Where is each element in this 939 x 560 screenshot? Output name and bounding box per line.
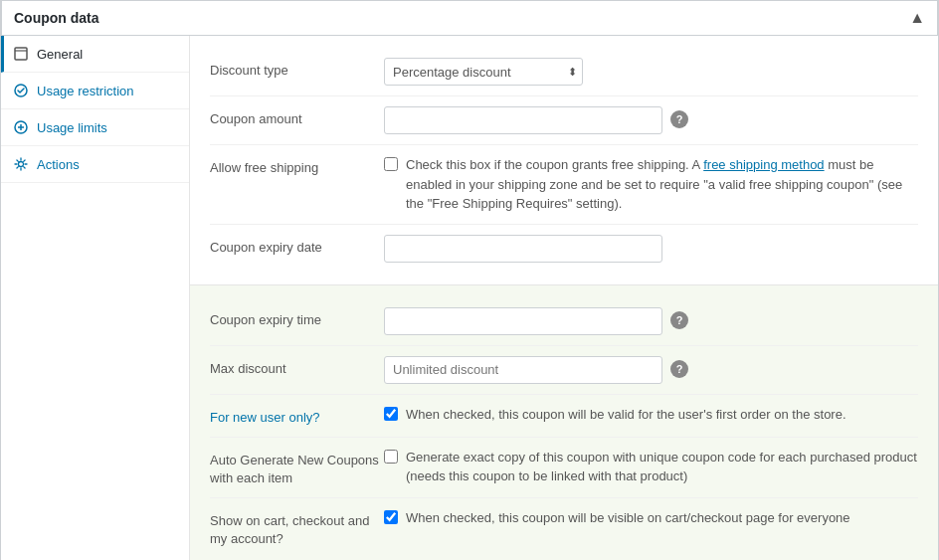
coupon-amount-help-icon[interactable]: ?: [670, 110, 688, 128]
sidebar-item-usage-limits[interactable]: Usage limits: [1, 109, 189, 146]
coupon-expiry-time-label: Coupon expiry time: [210, 307, 384, 329]
auto-generate-label: Auto Generate New Coupons with each item: [210, 448, 384, 487]
show-on-cart-label: Show on cart, checkout and my account?: [210, 508, 384, 548]
new-user-only-field: When checked, this coupon will be valid …: [384, 405, 918, 425]
max-discount-help-icon[interactable]: ?: [670, 360, 688, 378]
show-on-cart-field: When checked, this coupon will be visibl…: [384, 508, 918, 528]
coupon-amount-row: Coupon amount 20 ?: [210, 96, 918, 145]
sidebar-label-usage-restriction: Usage restriction: [37, 84, 134, 98]
coupon-expiry-date-row: Coupon expiry date 2019-12-31: [210, 225, 918, 273]
sidebar-item-general[interactable]: General: [1, 36, 189, 73]
extra-section: Coupon expiry time 23:59 ? Max discount …: [190, 285, 938, 561]
max-discount-field: ?: [384, 356, 918, 384]
show-on-cart-row: Show on cart, checkout and my account? W…: [210, 498, 918, 558]
svg-rect-0: [15, 48, 27, 60]
svg-point-6: [19, 162, 24, 167]
discount-type-label: Discount type: [210, 58, 384, 80]
new-user-only-checkbox[interactable]: [384, 407, 398, 421]
circle-check-icon: [13, 83, 29, 98]
coupon-amount-field: 20 ?: [384, 106, 918, 134]
sidebar-label-general: General: [37, 47, 83, 62]
coupon-amount-input[interactable]: 20: [384, 106, 662, 134]
show-on-cart-text: When checked, this coupon will be visibl…: [406, 508, 850, 528]
sidebar-label-usage-limits: Usage limits: [37, 120, 107, 135]
discount-type-select[interactable]: Percentage discount Fixed cart discount …: [384, 58, 583, 86]
auto-generate-text: Generate exact copy of this coupon with …: [406, 448, 918, 486]
new-user-only-row: For new user only? When checked, this co…: [210, 395, 918, 438]
coupon-expiry-time-help-icon[interactable]: ?: [670, 311, 688, 329]
coupon-expiry-date-field: 2019-12-31: [384, 235, 918, 263]
sidebar: General Usage restriction: [1, 36, 190, 560]
max-discount-row: Max discount ?: [210, 346, 918, 395]
new-user-only-checkbox-row: When checked, this coupon will be valid …: [384, 405, 846, 425]
main-content: Discount type Percentage discount Fixed …: [190, 36, 938, 560]
coupon-amount-label: Coupon amount: [210, 106, 384, 128]
auto-generate-field: Generate exact copy of this coupon with …: [384, 448, 918, 486]
coupon-expiry-date-input[interactable]: 2019-12-31: [384, 235, 662, 263]
panel-header: Coupon data ▲: [1, 0, 938, 36]
sidebar-label-actions: Actions: [37, 157, 80, 172]
sidebar-item-usage-restriction[interactable]: Usage restriction: [1, 73, 189, 109]
max-discount-input[interactable]: [384, 356, 662, 384]
max-discount-label: Max discount: [210, 356, 384, 378]
auto-generate-row: Auto Generate New Coupons with each item…: [210, 438, 918, 498]
general-section: Discount type Percentage discount Fixed …: [190, 36, 938, 284]
new-user-only-label: For new user only?: [210, 405, 384, 427]
gear-icon: [13, 156, 29, 172]
auto-generate-checkbox-row: Generate exact copy of this coupon with …: [384, 448, 918, 486]
tag-icon: [13, 46, 29, 62]
discount-type-field: Percentage discount Fixed cart discount …: [384, 58, 918, 86]
allow-free-shipping-text: Check this box if the coupon grants free…: [406, 155, 918, 214]
show-on-cart-checkbox-row: When checked, this coupon will be visibl…: [384, 508, 850, 528]
auto-generate-checkbox[interactable]: [384, 450, 398, 464]
sidebar-item-actions[interactable]: Actions: [1, 146, 189, 183]
coupon-expiry-time-input[interactable]: 23:59: [384, 307, 662, 335]
plus-icon: [13, 119, 29, 135]
new-user-only-text: When checked, this coupon will be valid …: [406, 405, 846, 425]
discount-type-row: Discount type Percentage discount Fixed …: [210, 48, 918, 96]
coupon-expiry-date-label: Coupon expiry date: [210, 235, 384, 257]
coupon-expiry-time-field: 23:59 ?: [384, 307, 918, 335]
allow-free-shipping-checkbox[interactable]: [384, 157, 398, 171]
allow-free-shipping-field: Check this box if the coupon grants free…: [384, 155, 918, 214]
allow-free-shipping-row: Allow free shipping Check this box if th…: [210, 145, 918, 225]
coupon-expiry-time-row: Coupon expiry time 23:59 ?: [210, 297, 918, 346]
show-on-cart-checkbox[interactable]: [384, 510, 398, 524]
allow-free-shipping-label: Allow free shipping: [210, 155, 384, 177]
allow-free-shipping-checkbox-row: Check this box if the coupon grants free…: [384, 155, 918, 214]
panel-title: Coupon data: [14, 10, 99, 26]
collapse-icon[interactable]: ▲: [909, 9, 925, 27]
free-shipping-method-link[interactable]: free shipping method: [703, 157, 824, 172]
discount-type-select-wrapper: Percentage discount Fixed cart discount …: [384, 58, 583, 86]
